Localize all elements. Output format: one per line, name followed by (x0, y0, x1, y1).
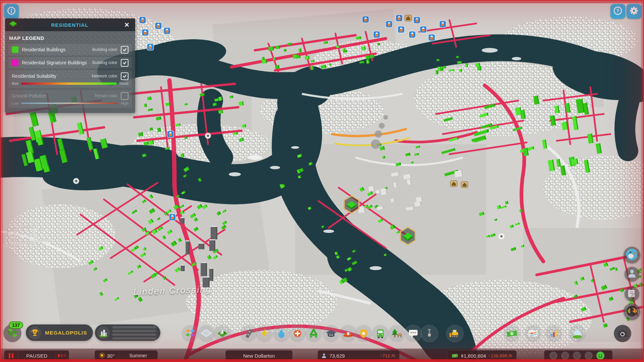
police-button[interactable] (355, 325, 372, 342)
communications-icon (408, 328, 419, 339)
gear-icon (629, 6, 639, 17)
checkbox-ground-pollution[interactable] (121, 92, 128, 100)
demand-bar-4 (112, 337, 156, 340)
building-notification-icon[interactable] (405, 15, 412, 21)
roads-button[interactable] (240, 325, 257, 342)
zones-button[interactable] (181, 325, 199, 342)
signature-building-marker[interactable] (400, 227, 415, 245)
demand-widget[interactable] (95, 324, 160, 341)
signature-buildings-button[interactable] (198, 325, 215, 342)
pause-button[interactable] (4, 351, 18, 361)
parks-recreation-button[interactable] (388, 325, 406, 342)
building-levelup-icon[interactable] (428, 34, 435, 41)
legend-row-ground-pollution: Ground Pollution Terrain color Low High (8, 90, 132, 108)
statistics-icon (548, 328, 559, 339)
building-levelup-icon[interactable] (409, 31, 416, 38)
bulldozer-button[interactable] (446, 325, 464, 342)
checkbox-signature-buildings[interactable] (121, 59, 128, 67)
population-rate: −712 /h (380, 353, 395, 358)
city-name: New Dollarton (226, 353, 292, 359)
police-icon (359, 328, 369, 339)
city-information-icon (572, 328, 583, 339)
face-neutral (573, 351, 581, 360)
happiness-faces (544, 351, 609, 360)
face-content (584, 351, 593, 360)
legend-row-residential-buildings: Residential Buildings Building color (8, 44, 132, 55)
map-poi-icon[interactable] (205, 133, 211, 139)
demand-bar-2 (112, 330, 156, 332)
info-view-button[interactable] (4, 4, 19, 19)
education-button[interactable] (322, 325, 340, 342)
signature-building-marker[interactable] (344, 196, 359, 213)
fire-rescue-button[interactable] (339, 325, 357, 342)
chirper-button[interactable] (624, 247, 640, 263)
building-levelup-icon[interactable] (398, 26, 405, 33)
building-levelup-icon[interactable] (439, 21, 446, 27)
chirper-bird-icon (625, 248, 639, 262)
building-levelup-icon[interactable] (169, 214, 176, 221)
building-levelup-icon[interactable] (362, 16, 369, 23)
radio-button[interactable] (624, 303, 640, 320)
svg-text:?: ? (616, 8, 620, 13)
landscaping-icon (217, 328, 228, 339)
building-levelup-icon[interactable] (420, 26, 427, 33)
happiness-widget[interactable] (544, 350, 612, 361)
parks-recreation-icon (391, 328, 402, 339)
photo-mode-button[interactable] (614, 325, 631, 342)
milestone-button[interactable]: MEGALOPOLIS (26, 324, 93, 341)
water-sewage-button[interactable] (273, 325, 290, 342)
xp-level-widget[interactable]: 137 (3, 324, 21, 342)
info-icon (7, 6, 16, 17)
city-name-widget[interactable]: New Dollarton (225, 350, 292, 361)
money-widget[interactable]: ¢1,600,604 −138,699 /h (448, 350, 517, 361)
speed-up-button[interactable] (56, 351, 69, 361)
panel-header: RESIDENTIAL × (5, 18, 135, 31)
terraforming-button[interactable] (421, 325, 438, 342)
bulldozer-icon (449, 328, 461, 339)
close-icon[interactable]: × (122, 20, 131, 29)
building-levelup-icon[interactable] (373, 31, 380, 38)
checkbox-residential-buildings[interactable] (121, 46, 128, 54)
landscaping-button[interactable] (214, 325, 231, 342)
statistics-button[interactable] (545, 325, 562, 342)
milestone-label: MEGALOPOLIS (44, 330, 88, 336)
electricity-button[interactable] (256, 325, 273, 342)
building-levelup-icon[interactable] (386, 21, 392, 27)
magenta-swatch (12, 59, 18, 66)
checkbox-suitability[interactable] (121, 72, 128, 80)
electricity-icon (259, 328, 270, 339)
communications-button[interactable] (405, 325, 422, 342)
city-information-button[interactable] (569, 325, 586, 342)
building-levelup-icon[interactable] (167, 131, 174, 137)
help-button[interactable]: ? (610, 4, 625, 19)
water-sewage-icon (276, 328, 286, 339)
demand-bar-3 (112, 334, 156, 336)
health-deathcare-button[interactable] (289, 325, 306, 342)
building-levelup-icon[interactable] (414, 17, 420, 23)
garbage-button[interactable] (305, 325, 322, 342)
journal-button[interactable] (625, 287, 639, 301)
building-levelup-icon[interactable] (147, 44, 154, 50)
building-levelup-icon[interactable] (139, 17, 146, 23)
terraforming-icon (424, 328, 434, 339)
building-notification-icon[interactable] (450, 181, 457, 187)
citizen-icon (627, 268, 637, 280)
building-notification-icon[interactable] (461, 182, 468, 188)
map-info-views-button[interactable] (524, 325, 542, 342)
settings-button[interactable] (627, 4, 641, 19)
citizen-info-button[interactable] (625, 267, 639, 282)
map-poi-icon[interactable] (73, 178, 79, 184)
transportation-button[interactable] (372, 325, 389, 342)
residential-infoview-panel: RESIDENTIAL × MAP LEGEND Residential Bui… (5, 18, 135, 113)
economy-button[interactable]: ¢ (503, 325, 521, 342)
weather-widget[interactable]: 30° Summer (95, 350, 158, 361)
map-poi-icon[interactable] (498, 233, 504, 239)
building-levelup-icon[interactable] (396, 15, 402, 21)
building-levelup-icon[interactable] (164, 27, 170, 34)
building-levelup-icon[interactable] (142, 29, 149, 36)
pollution-gradient (21, 103, 118, 104)
simulation-speed-control: PAUSED (4, 350, 69, 361)
population-widget[interactable]: 73,629 −712 /h (318, 350, 399, 361)
city-demand-icon (97, 326, 110, 339)
building-levelup-icon[interactable] (155, 22, 162, 29)
